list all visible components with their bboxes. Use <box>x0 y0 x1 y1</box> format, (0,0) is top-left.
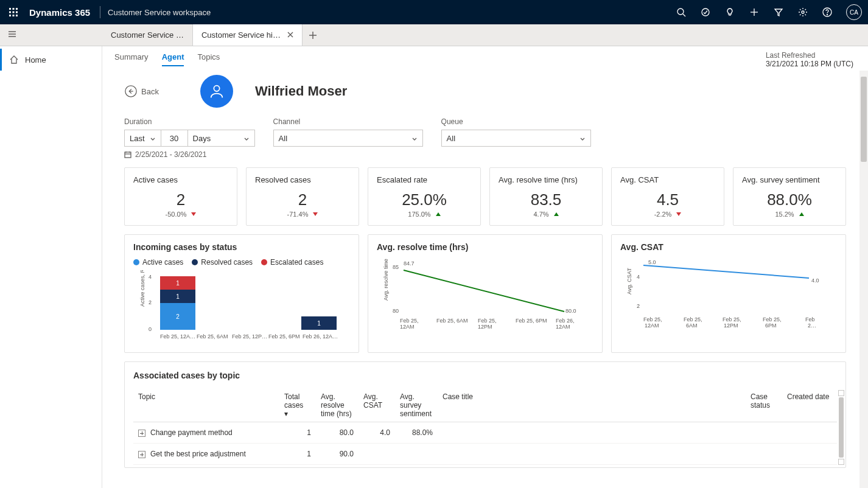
svg-text:4: 4 <box>149 274 152 280</box>
svg-text:Feb 25,: Feb 25, <box>684 316 702 322</box>
filter-label: Duration <box>124 117 255 126</box>
svg-rect-8 <box>16 15 18 16</box>
col-topic[interactable]: Topic <box>133 389 279 422</box>
page-scrollbar[interactable] <box>859 71 868 488</box>
table-row[interactable]: Change payment method 1 80.0 4.0 88.0% <box>133 422 837 444</box>
page-body: Back Wilfried Moser Duration Last 30 Day… <box>102 66 868 487</box>
duration-mode-select[interactable]: Last <box>124 130 161 147</box>
expand-icon[interactable] <box>138 451 145 458</box>
nav-item-label: Home <box>25 55 46 64</box>
agent-name: Wilfried Moser <box>255 83 347 99</box>
scroll-down-icon[interactable] <box>838 459 844 465</box>
svg-text:Feb 25, 6AM: Feb 25, 6AM <box>436 318 468 324</box>
duration-value-input[interactable]: 30 <box>161 130 188 147</box>
queue-select[interactable]: All <box>441 130 591 147</box>
back-arrow-icon <box>124 85 138 98</box>
svg-text:Feb 25,: Feb 25, <box>643 316 662 322</box>
chart-row: Incoming cases by status Active cases Re… <box>124 234 846 353</box>
search-icon[interactable] <box>676 7 687 18</box>
svg-text:6PM: 6PM <box>765 322 777 329</box>
svg-line-10 <box>683 14 685 16</box>
add-icon[interactable] <box>749 7 760 18</box>
header-row: Back Wilfried Moser <box>124 75 846 108</box>
svg-rect-5 <box>16 12 18 13</box>
tab-label: Customer Service historic… <box>201 30 281 40</box>
col-status[interactable]: Case status <box>746 389 782 422</box>
svg-text:4.0: 4.0 <box>811 277 819 284</box>
tab-customer-service-historical[interactable]: Customer Service historic… <box>193 24 303 46</box>
back-button[interactable]: Back <box>124 85 159 98</box>
subtab-summary[interactable]: Summary <box>114 52 149 66</box>
svg-text:Feb 25,: Feb 25, <box>723 316 741 322</box>
line-chart: Avg. resolve time (hrs) 85 80 84.7 80.0 … <box>377 258 593 331</box>
app-launcher-icon[interactable] <box>6 5 21 19</box>
col-sent[interactable]: Avg. survey sentiment <box>395 389 438 422</box>
subtab-agent[interactable]: Agent <box>162 52 184 66</box>
topic-table: Topic Total cases▾ Avg. resolve time (hr… <box>133 389 837 465</box>
tab-customer-service-dashboard[interactable]: Customer Service … <box>102 24 193 46</box>
filter-duration: Duration Last 30 Days 2/25/2021 - 3/26/2… <box>124 117 255 159</box>
duration-unit-select[interactable]: Days <box>188 130 255 147</box>
svg-text:12PM: 12PM <box>724 322 738 329</box>
col-art[interactable]: Avg. resolve time (hrs) <box>316 389 359 422</box>
close-icon[interactable] <box>287 30 293 40</box>
svg-point-27 <box>214 86 219 91</box>
trend-down-icon <box>191 212 196 216</box>
chart-resolve-time: Avg. resolve time (hrs) Avg. resolve tim… <box>368 234 603 353</box>
hamburger-icon[interactable] <box>7 29 19 41</box>
kpi-csat: Avg. CSAT 4.5 -2.2% <box>611 167 724 226</box>
help-icon[interactable] <box>822 7 833 18</box>
avatar-initials: CA <box>850 9 858 16</box>
lightbulb-icon[interactable] <box>724 7 735 18</box>
kpi-escalated-rate: Escalated rate 25.0% 175.0% <box>368 167 481 226</box>
svg-line-53 <box>404 270 564 312</box>
date-range-text: 2/25/2021 - 3/26/2021 <box>135 150 206 159</box>
svg-text:1: 1 <box>176 280 180 287</box>
svg-rect-7 <box>13 15 15 16</box>
main-area: Home Last Refreshed 3/21/2021 10:18 PM (… <box>0 46 868 488</box>
filter-icon[interactable] <box>773 7 784 18</box>
chevron-down-icon <box>243 135 250 141</box>
chevron-down-icon <box>411 135 418 141</box>
svg-text:Feb 25, 12A…: Feb 25, 12A… <box>160 333 195 340</box>
table-scrollbar[interactable] <box>838 390 844 465</box>
scroll-thumb[interactable] <box>861 77 867 162</box>
svg-text:0: 0 <box>149 326 152 332</box>
new-tab-button[interactable] <box>303 24 323 46</box>
user-avatar[interactable]: CA <box>846 4 862 20</box>
settings-icon[interactable] <box>797 7 808 18</box>
svg-text:Feb 25,: Feb 25, <box>400 318 419 324</box>
svg-text:Feb 25, 6PM: Feb 25, 6PM <box>516 318 547 324</box>
kpi-resolved-cases: Resolved cases 2 -71.4% <box>246 167 359 226</box>
col-case-title[interactable]: Case title <box>438 389 746 422</box>
subtab-topics[interactable]: Topics <box>197 52 220 66</box>
svg-text:12PM: 12PM <box>478 324 492 330</box>
svg-rect-0 <box>9 8 11 10</box>
home-icon <box>9 55 19 64</box>
kpi-sentiment: Avg. survey sentiment 88.0% 15.2% <box>733 167 846 226</box>
line-chart: Avg. CSAT 4 2 5.0 4.0 Feb 25,12AM Feb 25… <box>620 258 837 331</box>
col-csat[interactable]: Avg. CSAT <box>359 389 395 422</box>
svg-text:6AM: 6AM <box>686 322 698 329</box>
last-refreshed: Last Refreshed 3/21/2021 10:18 PM (UTC) <box>766 51 853 68</box>
col-created[interactable]: Created date <box>782 389 837 422</box>
content: Last Refreshed 3/21/2021 10:18 PM (UTC) … <box>102 46 868 488</box>
svg-rect-28 <box>125 152 131 158</box>
legend-swatch-icon <box>192 259 198 265</box>
scroll-thumb[interactable] <box>839 397 844 458</box>
table-row[interactable]: Get the best price adjustment 1 90.0 <box>133 444 837 465</box>
svg-text:2: 2 <box>176 313 180 320</box>
channel-select[interactable]: All <box>273 130 423 147</box>
svg-text:85: 85 <box>393 264 399 270</box>
svg-point-15 <box>802 11 804 13</box>
task-icon[interactable] <box>700 7 711 18</box>
expand-icon[interactable] <box>138 430 145 437</box>
svg-text:Feb 26,: Feb 26, <box>556 318 575 324</box>
col-total[interactable]: Total cases <box>284 392 303 410</box>
svg-point-17 <box>827 15 828 15</box>
last-refreshed-label: Last Refreshed <box>766 51 853 60</box>
chart-incoming-cases: Incoming cases by status Active cases Re… <box>124 234 359 353</box>
kpi-row: Active cases 2 -50.0% Resolved cases 2 -… <box>124 167 846 226</box>
scroll-up-icon[interactable] <box>838 390 844 396</box>
nav-item-home[interactable]: Home <box>0 49 102 71</box>
